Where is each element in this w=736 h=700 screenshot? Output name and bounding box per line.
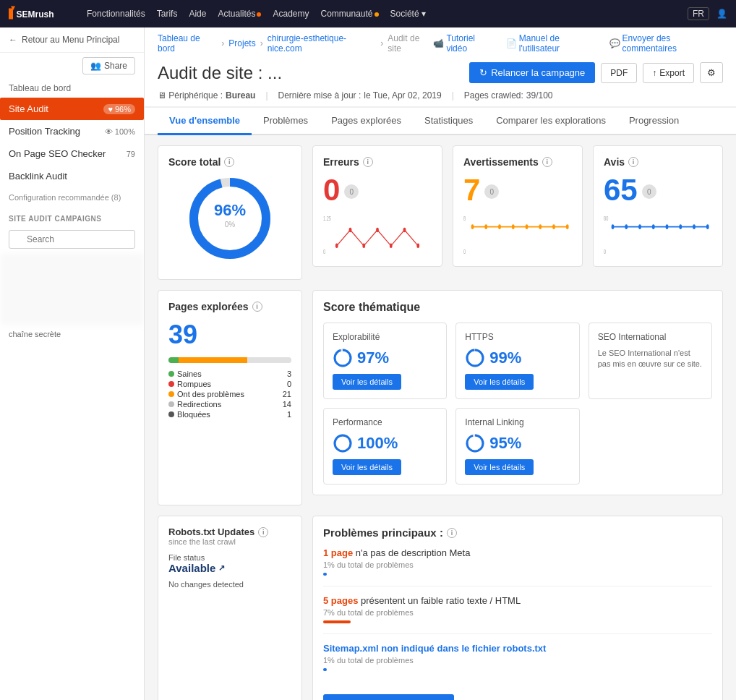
user-manual-link[interactable]: 📄 Manuel de l'utilisateur [506,33,599,54]
breadcrumb-projects[interactable]: Projets [228,38,255,48]
refresh-button[interactable]: ↻ Relancer la campagne [469,62,595,83]
problemes-info-icon[interactable]: i [447,528,457,538]
svg-point-22 [526,224,529,229]
svg-point-32 [666,224,669,229]
nav-academy[interactable]: Academy [273,9,309,19]
probleme-link-1[interactable]: 5 pages [323,595,358,606]
svg-point-14 [403,228,406,233]
avis-badge-row: 65 0 [604,175,712,208]
progress-green [168,357,179,363]
breadcrumb-dashboard[interactable]: Tableau de bord [158,33,217,54]
svg-point-11 [362,244,365,249]
probleme-bar-1 [323,620,351,623]
chain-label: chaîne secrète [0,325,144,343]
sidebar-badge-site-audit: ♥ 96% [103,104,135,114]
score-total-info-icon[interactable]: i [224,157,234,167]
internal-details-button[interactable]: Voir les détails [465,459,534,475]
https-donut [465,348,485,368]
https-details-button[interactable]: Voir les détails [465,374,534,390]
last-update-info: Dernière mise à jour : le Tue, Apr 02, 2… [278,90,442,101]
avis-chart-svg: 80 0 [604,213,712,256]
theme-card-performance: Performance 100% Voir les détails [323,408,447,485]
pages-explored-card: Pages explorées i 39 Saines 3 [158,290,302,505]
tab-pages-explorees[interactable]: Pages explorées [320,108,413,135]
svg-text:0: 0 [604,247,607,255]
svg-point-35 [706,224,709,229]
settings-button[interactable]: ⚙ [700,62,723,83]
svg-text:8: 8 [463,214,466,222]
tab-statistiques[interactable]: Statistiques [413,108,484,135]
sidebar-item-position-tracking[interactable]: Position Tracking 👁 100% [0,120,144,142]
sidebar-item-config[interactable]: Configuration recommandée (8) [0,187,144,208]
language-selector[interactable]: FR [688,7,709,20]
nav-aide[interactable]: Aide [189,9,206,19]
robots-card: Robots.txt Updates i since the last craw… [158,516,302,700]
tab-progression[interactable]: Progression [617,108,690,135]
share-icon: 👥 [90,61,101,71]
nav-communaute[interactable]: Communauté [320,9,378,19]
svg-point-12 [376,228,379,233]
back-button[interactable]: ← Retour au Menu Principal [0,27,144,53]
breadcrumb-sep1: › [221,38,224,48]
probleme-text-2: Sitemap.xml non indiqué dans le fichier … [323,643,712,654]
avis-info-icon[interactable]: i [628,157,638,167]
external-link-icon[interactable]: ↗ [218,563,225,573]
breadcrumb-sep2: › [260,38,263,48]
feedback-link[interactable]: 💬 Envoyer des commentaires [609,33,723,54]
header-actions: ↻ Relancer la campagne PDF ↑ Export ⚙ [469,62,723,83]
logo[interactable]: SEMrush [9,6,74,22]
nav-actualites[interactable]: Actualités [218,9,261,19]
share-area: 👥 Share [0,53,144,79]
svg-text:0: 0 [323,247,326,255]
tab-comparer[interactable]: Comparer les explorations [484,108,617,135]
share-button[interactable]: 👥 Share [82,57,135,74]
export-button[interactable]: ↑ Export [643,63,694,83]
nav-fonctionnalites[interactable]: Fonctionnalités [87,9,145,19]
sidebar-item-backlink[interactable]: Backlink Audit [0,165,144,187]
theme-explorabilite-title: Explorabilité [333,332,437,342]
probleme-item-2: Sitemap.xml non indiqué dans le fichier … [323,643,712,681]
svg-marker-0 [9,9,13,20]
svg-text:SEMrush: SEMrush [17,9,54,20]
pdf-button[interactable]: PDF [601,63,637,83]
internal-donut [465,433,485,453]
errors-info-icon[interactable]: i [363,157,373,167]
sidebar-item-site-audit[interactable]: Site Audit ♥ 96% [0,98,144,120]
warnings-chart: 8 0 [463,213,572,256]
tab-vue-ensemble[interactable]: Vue d'ensemble [158,108,252,135]
performance-details-button[interactable]: Voir les détails [333,459,401,475]
video-icon: 📹 [433,38,444,48]
search-input[interactable] [9,230,135,249]
legend-saines: Saines 3 [168,369,291,379]
robots-info-icon[interactable]: i [258,527,268,537]
donut-container: 96% 0% [168,175,291,262]
errors-chart: 1.25 0 [323,213,432,256]
show-all-problems-button[interactable]: Afficher tous les problèmes [323,694,454,700]
explorabilite-details-button[interactable]: Voir les détails [333,374,401,390]
avis-title: Avis i [604,156,712,168]
errors-title: Erreurs i [323,156,432,168]
avis-badge: 0 [642,184,656,199]
svg-point-19 [484,224,487,229]
warnings-title: Avertissements i [463,156,572,168]
probleme-link-0[interactable]: 1 page [323,547,353,558]
sidebar-label-config: Configuration recommandée (8) [9,193,121,202]
progress-orange [179,357,247,363]
breadcrumb-domain[interactable]: chirurgie-esthetique-nice.com [268,33,377,54]
header-links: 📹 Tutoriel vidéo 📄 Manuel de l'utilisate… [433,33,723,54]
meta-bar: 🖥 Périphérique : Bureau | Dernière mise … [145,88,736,107]
pages-explored-info-icon[interactable]: i [252,302,262,312]
svg-point-23 [539,224,542,229]
warnings-badge: 0 [484,184,499,199]
svg-point-29 [625,224,628,229]
warnings-info-icon[interactable]: i [542,157,552,167]
video-tutorial-link[interactable]: 📹 Tutoriel vidéo [433,33,495,54]
probleme-link-2[interactable]: Sitemap.xml non indiqué dans le fichier … [323,643,546,654]
svg-text:80: 80 [604,214,609,222]
user-icon[interactable]: 👤 [716,9,727,19]
sidebar-item-onpage-seo[interactable]: On Page SEO Checker 79 [0,142,144,165]
nav-societe[interactable]: Société ▾ [390,9,426,19]
nav-tarifs[interactable]: Tarifs [157,9,178,19]
theme-card-https: HTTPS 99% Voir les détails [455,323,579,399]
tab-problemes[interactable]: Problèmes [252,108,320,135]
